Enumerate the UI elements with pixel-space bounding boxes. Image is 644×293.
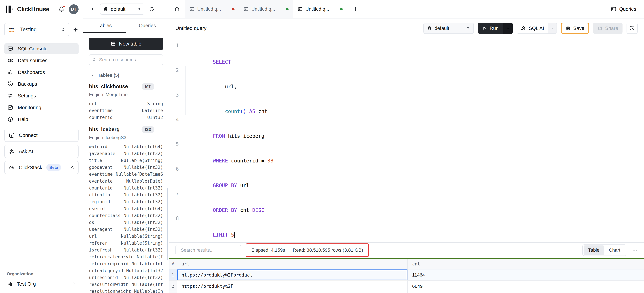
- refresh-button[interactable]: [149, 7, 154, 12]
- service-selector[interactable]: aws Testing: [4, 23, 69, 36]
- run-button[interactable]: Run: [478, 23, 503, 34]
- sidebar-item-data-sources[interactable]: Data sources: [4, 55, 78, 66]
- share-button[interactable]: Share: [593, 23, 622, 34]
- query-tab[interactable]: Untitled q...: [239, 0, 293, 18]
- header-url[interactable]: url: [177, 259, 408, 269]
- notification-dot: [62, 5, 65, 8]
- view-toggle-segment[interactable]: Table: [584, 245, 604, 255]
- refresh-icon: [149, 7, 154, 12]
- aws-logo-icon: aws: [8, 27, 17, 32]
- column-type: Nullable(Date): [126, 178, 163, 185]
- resource-search-input[interactable]: [99, 57, 160, 63]
- cnt-cell[interactable]: 5764: [408, 292, 644, 293]
- notifications-button[interactable]: [58, 6, 65, 13]
- tab-status-dot: [232, 8, 234, 11]
- column-row: referer Nullable(String): [89, 240, 163, 247]
- play-icon: [482, 26, 487, 31]
- sidebar-item-settings[interactable]: Settings: [4, 90, 78, 101]
- connect-button[interactable]: Connect: [4, 129, 78, 142]
- results-table: # url cnt 1 https://produkty%2Fproduct 1…: [169, 258, 644, 293]
- ask-ai-button[interactable]: Ask AI: [4, 145, 78, 158]
- query-history-button[interactable]: [626, 23, 638, 34]
- orbit-icon: [8, 58, 14, 64]
- column-type: Nullable(Int32): [124, 212, 163, 219]
- terminal-icon: [611, 6, 616, 12]
- sidebar-item-backups[interactable]: Backups: [4, 79, 78, 89]
- code-line: 7 ORDER BY cnt DESC: [170, 189, 644, 214]
- row-index: 3: [169, 292, 177, 293]
- query-title[interactable]: Untitled query: [176, 25, 206, 31]
- column-type: Nullable(Int64): [124, 143, 163, 150]
- url-cell[interactable]: https://produkty%2Fproduct: [177, 269, 408, 281]
- clickhouse-logo-icon: [6, 6, 13, 13]
- result-row[interactable]: 1 https://produkty%2Fproduct 11464: [169, 269, 644, 281]
- result-row[interactable]: 2 https://produkty%2F 6649: [169, 281, 644, 292]
- panel-scrollbar[interactable]: [167, 188, 168, 260]
- clickstack-button-label: ClickStack: [19, 165, 42, 170]
- column-type: Nullable(Int32): [124, 274, 163, 281]
- column-row: counterid Nullable(Int32): [89, 185, 163, 191]
- sidebar-item-help[interactable]: Help: [4, 114, 78, 125]
- terminal-icon: [190, 7, 194, 12]
- tables-group-header[interactable]: Tables (5): [89, 73, 163, 78]
- run-options-button[interactable]: [503, 23, 513, 34]
- home-button[interactable]: [169, 0, 185, 18]
- clickstack-button[interactable]: ClickStack Beta: [4, 161, 78, 174]
- table-entry[interactable]: hits_iceberg IS3 Engine: IcebergS3 watch…: [89, 126, 163, 293]
- sidebar-item-label: Backups: [18, 81, 37, 87]
- tables-panel-tab[interactable]: Tables: [83, 19, 126, 33]
- column-type: Nullable(Int32): [124, 164, 163, 171]
- queries-button[interactable]: Queries: [603, 0, 644, 18]
- database-selector[interactable]: default: [100, 4, 144, 15]
- sidebar-item-monitoring[interactable]: Monitoring: [4, 102, 78, 113]
- column-type: Nullable(String): [121, 157, 163, 164]
- column-row: eventdate Nullable(Date): [89, 178, 163, 185]
- table-entry[interactable]: hits_clickhouse MT Engine: MergeTree url…: [89, 83, 163, 121]
- column-type: Nullable(Int: [132, 281, 163, 288]
- sql-ai-options-button[interactable]: [548, 23, 556, 34]
- query-tab[interactable]: Untitled q...: [293, 0, 347, 18]
- sidebar-item-dashboards[interactable]: Dashboards: [4, 67, 78, 78]
- sidebar-item-sql-console[interactable]: SQL Console: [4, 43, 78, 54]
- cnt-cell[interactable]: 11464: [408, 269, 644, 281]
- chevron-down-icon: [550, 26, 554, 30]
- results-search-input[interactable]: [181, 248, 240, 253]
- new-table-button[interactable]: New table: [89, 38, 163, 50]
- editor-database-value: default: [434, 26, 449, 31]
- results-menu-button[interactable]: [632, 247, 638, 253]
- code-text: SELECT: [182, 41, 231, 66]
- column-name: counterid: [89, 185, 113, 191]
- elapsed-stat: Elapsed: 4.159s: [251, 247, 285, 253]
- add-service-button[interactable]: [72, 27, 78, 33]
- code-text: LIMIT 5: [182, 214, 235, 239]
- sql-ai-button[interactable]: SQL AI: [517, 23, 548, 34]
- column-name: urlcategoryid: [89, 267, 123, 274]
- sidebar: aws Testing: [0, 19, 83, 293]
- cloud-stack-icon: [9, 164, 15, 171]
- collapse-sidebar-button[interactable]: [90, 6, 95, 12]
- line-number: 4: [170, 115, 179, 140]
- query-tab[interactable]: Untitled q...: [185, 0, 239, 18]
- sql-editor[interactable]: 1 SELECT 2 url, 3 co: [169, 38, 644, 242]
- view-toggle-segment[interactable]: Chart: [604, 245, 625, 255]
- query-tab-label: Untitled q...: [306, 7, 329, 12]
- column-type: Nullable(Int32): [124, 150, 163, 157]
- editor-database-selector[interactable]: default: [424, 23, 474, 34]
- save-button[interactable]: Save: [561, 23, 589, 34]
- cnt-cell[interactable]: 6649: [408, 281, 644, 292]
- column-row: userid Nullable(Int64): [89, 205, 163, 212]
- tables-panel-tab[interactable]: Queries: [126, 19, 169, 33]
- code-text: ORDER BY cnt DESC: [182, 189, 264, 214]
- tables-group-label: Tables (5): [98, 73, 119, 78]
- column-row: url Nullable(String): [89, 233, 163, 240]
- line-number: 1: [170, 41, 179, 66]
- header-cnt[interactable]: cnt: [408, 259, 644, 269]
- result-row[interactable]: 3 https://produkty/kurortmag 5764: [169, 292, 644, 293]
- new-tab-button[interactable]: [347, 0, 364, 18]
- organization-selector[interactable]: Test Org: [4, 281, 78, 287]
- column-row: counterclass Nullable(Int32): [89, 212, 163, 219]
- url-cell[interactable]: https://produkty/kurortmag: [177, 292, 408, 293]
- terminal-icon: [298, 7, 303, 12]
- url-cell[interactable]: https://produkty%2F: [177, 281, 408, 292]
- avatar[interactable]: DT: [69, 4, 78, 14]
